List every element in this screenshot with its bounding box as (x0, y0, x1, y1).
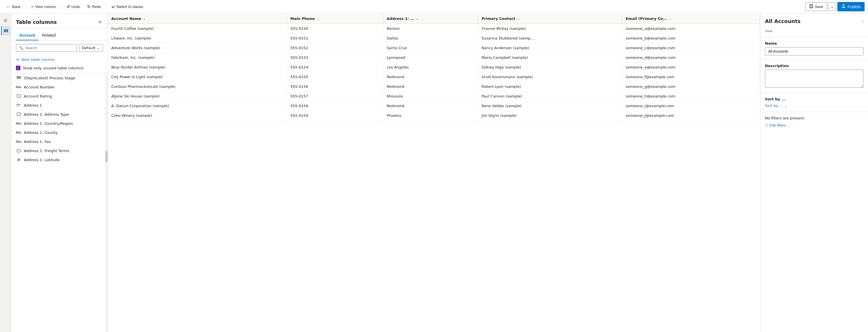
col-label-address-1-country-region: Address 1: Country/Region (24, 121, 73, 126)
column-item-address-1[interactable]: Abcdef Address 1 (11, 101, 107, 110)
cell-main-phone-7: 555-0157 (287, 91, 383, 101)
table-row[interactable]: Coho Winery (sample)555-0159PhoenixJim G… (108, 111, 760, 120)
hamburger-icon[interactable]: ☰ (1, 16, 10, 25)
columns-icon[interactable] (1, 26, 10, 35)
cell-email-9: someone_j@example.com (622, 111, 760, 120)
cell-email-7: someone_h@example.com (622, 91, 760, 101)
scrollbar-track[interactable] (105, 73, 107, 332)
table-row[interactable]: Blue Yonder Airlines (sample)555-0154Los… (108, 62, 760, 72)
add-column-icon: + (16, 57, 20, 62)
table-row[interactable]: Alpine Ski House (sample)555-0157Missoul… (108, 91, 760, 101)
data-table-wrapper[interactable]: Account Name⌄Main Phone⌄Address 1: ...⌄P… (108, 13, 760, 332)
cell-address1-2: Santa Cruz (383, 43, 478, 53)
cell-main-phone-0: 555-0150 (287, 24, 383, 33)
th-sort-icon-main-phone[interactable]: ⌄ (316, 17, 319, 21)
save-button[interactable]: Save (806, 2, 827, 11)
back-button[interactable]: ← Back (3, 3, 23, 11)
scrollbar-thumb[interactable] (105, 151, 107, 162)
column-item-address-1-county[interactable]: Abc Address 1: County (11, 128, 107, 137)
svg-rect-8 (18, 76, 19, 77)
table-row[interactable]: Contoso Pharmaceuticals (sample)555-0156… (108, 82, 760, 91)
cell-primary-contact-2: Nancy Anderson (sample) (478, 43, 622, 53)
panel-close-button[interactable]: ✕ (97, 18, 103, 26)
column-item-address-1-latitude[interactable]: # Address 1: Latitude (11, 155, 107, 164)
panel-header: Table columns ✕ (11, 13, 107, 28)
table-row[interactable]: City Power & Light (sample)555-0155Redmo… (108, 72, 760, 82)
cell-email-3: someone_d@example.com (622, 53, 760, 62)
tab-related[interactable]: Related (39, 31, 59, 40)
table-row[interactable]: Fabrikam, Inc. (sample)555-0153LynnwoodM… (108, 53, 760, 62)
cell-primary-contact-3: Maria Campbell (sample) (478, 53, 622, 62)
cell-primary-contact-7: Paul Cannon (sample) (478, 91, 622, 101)
show-unused-checkbox[interactable]: ✓ (16, 66, 21, 70)
switch-label: Switch to classic (116, 4, 143, 9)
column-item-address-1-fax[interactable]: Abc Address 1: Fax (11, 137, 107, 146)
col-icon-address-1-county: Abc (16, 130, 22, 135)
cell-email-0: someone_a@example.com (622, 24, 760, 33)
th-sort-icon-primary-contact[interactable]: ⌄ (517, 17, 520, 21)
search-input[interactable] (25, 46, 73, 50)
table-row[interactable]: Adventure Works (sample)555-0152Santa Cr… (108, 43, 760, 53)
th-sort-icon-address1[interactable]: ⌄ (416, 17, 419, 21)
show-unused-row[interactable]: ✓ Show only unused table columns (11, 64, 107, 73)
cell-main-phone-6: 555-0156 (287, 82, 383, 91)
no-filters-text: No filters are present. (765, 116, 864, 120)
cell-account-name-5: City Power & Light (sample) (108, 72, 287, 82)
col-label-address-1-address-type: Address 1: Address Type (24, 112, 69, 116)
cell-address1-7: Missoula (383, 91, 478, 101)
cell-address1-8: Redmond (383, 101, 478, 111)
edit-filters-label: Edit filters ... (770, 123, 790, 127)
default-dropdown[interactable]: Default ⌄ (79, 44, 103, 52)
column-item-deprecated-process-stage[interactable]: (Deprecated) Process Stage (11, 73, 107, 82)
name-field-input[interactable] (765, 47, 864, 55)
svg-rect-2 (810, 6, 813, 8)
table-row[interactable]: Fourth Coffee (sample)555-0150RentonYvon… (108, 24, 760, 33)
svg-rect-9 (20, 76, 21, 77)
redo-icon: ↻ (87, 4, 91, 9)
column-item-address-1-country-region[interactable]: Abc Address 1: Country/Region (11, 119, 107, 128)
col-icon-address-1-address-type (16, 112, 22, 116)
cell-address1-1: Dallas (383, 33, 478, 43)
publish-button[interactable]: Publish (837, 2, 865, 11)
th-sort-icon-email[interactable]: ⌄ (669, 17, 671, 21)
save-icon (809, 4, 813, 9)
save-label: Save (815, 4, 823, 9)
view-column-icon: + (31, 4, 33, 9)
cell-primary-contact-9: Jim Glynn (sample) (478, 111, 622, 120)
cell-primary-contact-1: Susanna Stubberod (samp... (478, 33, 622, 43)
sort-label: Sort by ... (765, 104, 783, 108)
th-main-phone[interactable]: Main Phone⌄ (287, 13, 383, 24)
edit-filters-button[interactable]: ▽ Edit filters ... (765, 123, 790, 127)
column-item-address-1-address-type[interactable]: Address 1: Address Type (11, 110, 107, 119)
col-icon-address-1: Abcdef (16, 103, 22, 107)
toolbar-separator-3 (106, 3, 106, 10)
column-item-address-1-freight-terms[interactable]: Address 1: Freight Terms (11, 146, 107, 155)
table-row[interactable]: A. Datum Corporation (sample)555-0158Red… (108, 101, 760, 111)
add-column-row[interactable]: + New table column (11, 55, 107, 64)
save-dropdown-button[interactable]: ⌄ (828, 3, 836, 11)
undo-button[interactable]: ↺ Undo (64, 3, 83, 11)
th-primary-contact[interactable]: Primary Contact⌄ (478, 13, 622, 24)
view-column-button[interactable]: + View column (28, 3, 59, 11)
th-sort-icon-account-name[interactable]: ⌄ (143, 17, 146, 21)
redo-button[interactable]: ↻ Redo (84, 3, 104, 11)
th-email[interactable]: Email (Primary Co...⌄ (622, 13, 760, 24)
th-account-name[interactable]: Account Name⌄ (108, 13, 287, 24)
undo-icon: ↺ (66, 4, 70, 9)
undo-label: Undo (71, 4, 80, 9)
back-icon: ← (6, 4, 11, 9)
column-item-account-rating[interactable]: Account Rating (11, 91, 107, 101)
panel-title: Table columns (16, 19, 57, 25)
cell-account-name-7: Alpine Ski House (sample) (108, 91, 287, 101)
column-item-account-number[interactable]: Abc Account Number (11, 82, 107, 91)
right-panel-expand-button[interactable]: › (862, 19, 864, 24)
cell-account-name-0: Fourth Coffee (sample) (108, 24, 287, 33)
tab-account[interactable]: Account (16, 31, 39, 40)
table-row[interactable]: Litware, Inc. (sample)555-0151DallasSusa… (108, 33, 760, 43)
sort-dropdown[interactable]: Sort by ... ⌄ (765, 104, 864, 108)
description-field-textarea[interactable] (765, 70, 864, 88)
th-address1[interactable]: Address 1: ...⌄ (383, 13, 478, 24)
cell-email-6: someone_g@example.com (622, 82, 760, 91)
switch-to-classic-button[interactable]: ⇄ Switch to classic (109, 3, 146, 11)
check-icon: ✓ (17, 66, 19, 70)
